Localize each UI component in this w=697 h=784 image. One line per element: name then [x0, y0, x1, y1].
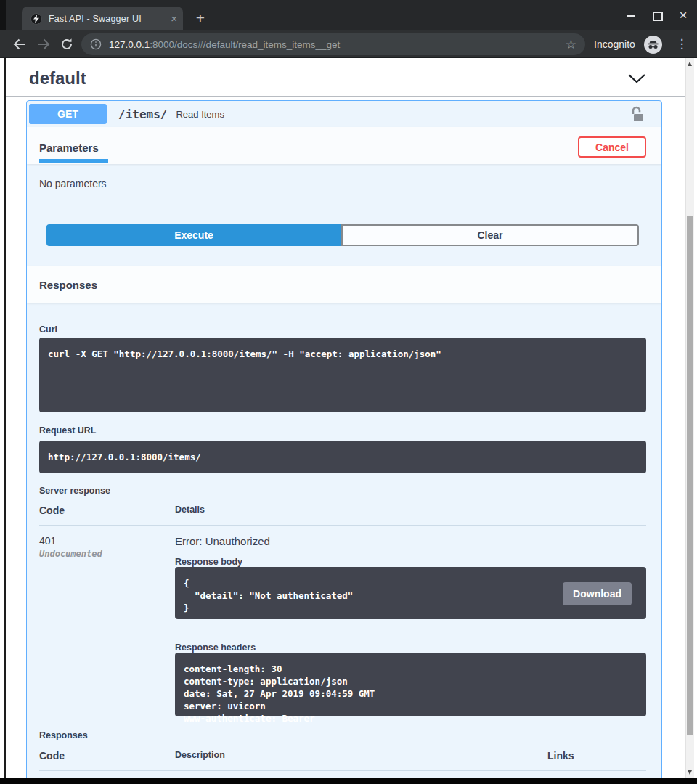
response-headers: content-length: 30 content-type: applica…: [175, 653, 646, 716]
operation-description: Read Items: [176, 109, 224, 120]
page-info-icon[interactable]: [90, 38, 102, 50]
incognito-label: Incognito: [594, 30, 635, 57]
forward-button[interactable]: [33, 30, 54, 57]
responses-body: Curl curl -X GET "http://127.0.0.1:8000/…: [27, 324, 661, 778]
column-details: Details: [175, 505, 646, 516]
server-response-row: 401 Undocumented Error: Unauthorized Res…: [39, 526, 646, 716]
scroll-down-button[interactable]: [686, 767, 694, 777]
scroll-up-button[interactable]: [686, 59, 694, 69]
parameters-header-row: Parameters Cancel: [27, 127, 661, 164]
responses-section-header: Responses: [27, 266, 661, 303]
curl-label: Curl: [39, 324, 646, 335]
response-headers-label: Response headers: [175, 642, 646, 653]
url-text: 127.0.0.1:8000/docs#/default/read_items_…: [109, 39, 560, 50]
server-response-label: Server response: [39, 486, 646, 496]
url-host: 127.0.0.1: [109, 39, 150, 50]
responses-title: Responses: [39, 279, 97, 291]
back-button[interactable]: [8, 30, 30, 57]
request-url-value: http://127.0.0.1:8000/items/: [39, 441, 646, 473]
minimize-button[interactable]: [626, 10, 636, 20]
incognito-icon: [644, 36, 662, 54]
response-body-label: Response body: [175, 557, 646, 567]
maximize-button[interactable]: [652, 10, 662, 20]
error-title: Error: Unauthorized: [175, 535, 646, 547]
reload-icon: [60, 38, 73, 51]
section-title: default: [29, 68, 86, 89]
url-path: :8000/docs#/default/read_items_items__ge…: [150, 39, 340, 50]
request-url-label: Request URL: [39, 425, 646, 436]
reload-button[interactable]: [56, 30, 78, 57]
address-bar[interactable]: 127.0.0.1:8000/docs#/default/read_items_…: [81, 33, 585, 55]
column-description: Description: [175, 750, 547, 761]
download-button[interactable]: Download: [563, 582, 632, 605]
swagger-ui: default GET /items/ Read Items Parameter: [6, 58, 685, 778]
cancel-button[interactable]: Cancel: [578, 136, 646, 158]
kebab-menu-button[interactable]: ⋮: [672, 30, 691, 57]
browser-chrome: Fast API - Swagger UI × + ×: [0, 0, 697, 58]
method-badge: GET: [29, 104, 107, 124]
status-code-note: Undocumented: [39, 549, 175, 559]
server-response-table: Code Details 401 Undocumented Error: Una…: [39, 505, 646, 716]
bookmark-star-icon[interactable]: ☆: [566, 38, 576, 51]
forward-arrow-icon: [37, 38, 51, 51]
window-bottom-edge: [0, 778, 697, 784]
clear-button[interactable]: Clear: [341, 224, 639, 246]
new-tab-button[interactable]: +: [190, 9, 211, 29]
section-divider: [6, 96, 685, 97]
documented-responses-table: Code Description Links 200 Successful Re…: [39, 750, 646, 778]
chevron-down-icon[interactable]: [627, 73, 646, 83]
operation-get-items: GET /items/ Read Items Parameters Cancel…: [26, 100, 662, 778]
server-response-table-head: Code Details: [39, 505, 646, 526]
documented-table-head: Code Description Links: [39, 750, 646, 771]
window-frame-edge: [0, 0, 6, 30]
tab-title: Fast API - Swagger UI: [49, 14, 168, 24]
lightning-icon: [33, 15, 40, 23]
tab-close-icon[interactable]: ×: [171, 13, 177, 24]
back-arrow-icon: [12, 38, 26, 51]
scrollbar[interactable]: [685, 58, 694, 778]
column-code: Code: [39, 505, 175, 516]
column-links: Links: [547, 750, 646, 761]
fastapi-favicon: [30, 13, 42, 25]
tab-parameters[interactable]: Parameters: [39, 142, 108, 163]
status-code: 401: [39, 535, 175, 547]
execute-row: Execute Clear: [27, 216, 661, 266]
unlock-icon: [630, 106, 645, 123]
column-code: Code: [39, 750, 175, 761]
operation-summary[interactable]: GET /items/ Read Items: [27, 101, 661, 127]
section-default-header[interactable]: default: [6, 58, 685, 92]
close-button[interactable]: ×: [678, 10, 688, 20]
documented-response-row: 200 Successful Response No links: [39, 771, 646, 778]
status-code-cell: 401 Undocumented: [39, 535, 175, 716]
no-parameters-message: No parameters: [27, 164, 661, 216]
curl-command: curl -X GET "http://127.0.0.1:8000/items…: [39, 338, 646, 412]
execute-button[interactable]: Execute: [46, 224, 341, 246]
tab-strip: Fast API - Swagger UI × + ×: [0, 0, 697, 30]
operation-path[interactable]: /items/: [118, 107, 167, 121]
documented-responses-label: Responses: [39, 730, 646, 740]
browser-toolbar: 127.0.0.1:8000/docs#/default/read_items_…: [0, 30, 697, 58]
page-viewport: default GET /items/ Read Items Parameter: [0, 58, 697, 778]
window-controls: ×: [626, 0, 688, 30]
browser-tab[interactable]: Fast API - Swagger UI ×: [22, 7, 183, 30]
scrollbar-thumb[interactable]: [687, 216, 693, 735]
details-cell: Error: Unauthorized Response body { "det…: [175, 535, 646, 716]
authorize-button[interactable]: [630, 106, 645, 123]
